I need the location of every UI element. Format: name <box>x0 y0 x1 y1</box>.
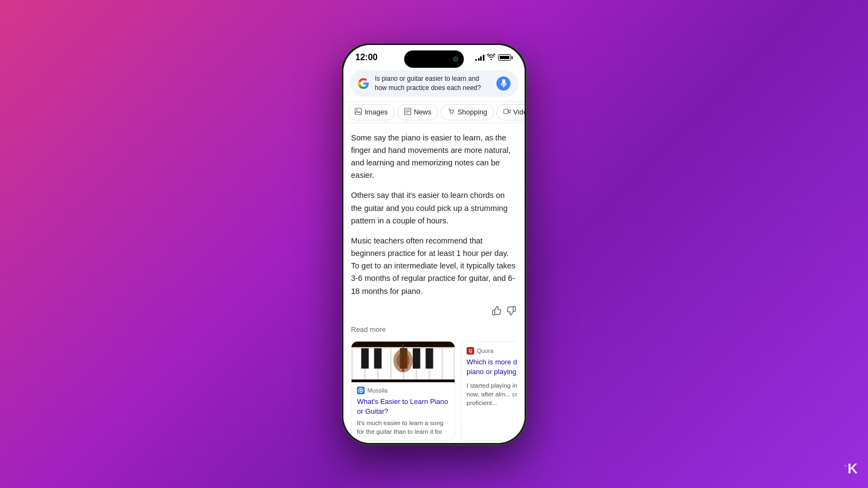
status-time: 12:00 <box>355 53 378 62</box>
card-mussila-source: Mussila <box>357 387 449 394</box>
tab-news[interactable]: News <box>397 104 439 120</box>
battery-icon <box>498 54 513 61</box>
watermark-dots: ·:· <box>844 463 847 469</box>
tab-shopping[interactable]: Shopping <box>441 104 494 120</box>
status-bar: 12:00 <box>343 45 525 66</box>
answer-paragraph-2: Others say that it's easier to learn cho… <box>351 189 517 227</box>
search-query: Is piano or guitar easier to learn and h… <box>375 74 491 93</box>
shopping-icon <box>448 108 455 117</box>
svg-rect-19 <box>361 348 369 369</box>
card-quora[interactable]: Q Quora Which is more difficult, playing… <box>461 341 517 441</box>
phone-frame: 12:00 <box>342 43 526 445</box>
thumbs-down-button[interactable] <box>506 305 517 319</box>
answer-paragraph-3: Music teachers often recommend that begi… <box>351 235 517 298</box>
search-bar[interactable]: Is piano or guitar easier to learn and h… <box>350 70 518 97</box>
status-icons <box>475 54 513 62</box>
card-mussila-body: Mussila What's Easier to Learn Piano or … <box>352 382 455 441</box>
phone-screen: 12:00 <box>343 45 525 443</box>
svg-point-6 <box>450 113 451 114</box>
svg-rect-0 <box>355 108 362 114</box>
google-logo <box>358 78 369 89</box>
cards-row: Mussila What's Easier to Learn Piano or … <box>351 341 517 441</box>
card-quora-source: Q Quora <box>467 347 517 355</box>
mic-button[interactable] <box>496 76 510 91</box>
videos-icon <box>503 108 510 117</box>
svg-point-28 <box>360 389 362 391</box>
tab-images[interactable]: Images <box>348 104 395 120</box>
tab-shopping-label: Shopping <box>457 108 487 116</box>
card-mussila-snippet: It's much easier to learn a song for the… <box>357 419 449 436</box>
signal-icon <box>475 54 484 61</box>
camera-dot <box>453 56 458 62</box>
answer-actions <box>351 305 517 325</box>
quora-favicon: Q <box>467 347 474 355</box>
card-quora-snippet: I started playing instruments th... now,… <box>467 381 517 407</box>
wifi-icon <box>487 54 495 62</box>
card-mussila[interactable]: Mussila What's Easier to Learn Piano or … <box>351 341 455 441</box>
news-icon <box>404 108 411 117</box>
tab-videos-label: Vide... <box>513 108 525 116</box>
svg-rect-18 <box>443 348 454 379</box>
mussila-favicon <box>357 387 365 394</box>
watermark: ·:·K <box>844 460 857 477</box>
svg-rect-26 <box>402 344 404 371</box>
svg-point-7 <box>452 113 453 114</box>
svg-rect-23 <box>426 348 433 369</box>
dynamic-island <box>404 50 464 68</box>
quora-source-name: Quora <box>477 348 494 354</box>
tab-news-label: News <box>414 108 432 116</box>
watermark-letter: K <box>847 460 857 477</box>
answer-paragraph-1: Some say the piano is easier to learn, a… <box>351 132 517 182</box>
svg-rect-20 <box>374 348 382 369</box>
search-bar-container: Is piano or guitar easier to learn and h… <box>343 66 525 102</box>
mussila-source-name: Mussila <box>367 387 387 394</box>
tab-videos[interactable]: Vide... <box>496 104 525 120</box>
svg-rect-22 <box>413 348 420 369</box>
card-mussila-image <box>352 342 455 382</box>
card-mussila-title: What's Easier to Learn Piano or Guitar? <box>357 397 449 416</box>
tabs-row: Images News <box>343 102 525 123</box>
read-more[interactable]: Read more <box>351 325 517 333</box>
main-content: Some say the piano is easier to learn, a… <box>343 123 525 443</box>
thumbs-up-button[interactable] <box>491 305 502 319</box>
images-icon <box>355 108 362 117</box>
tab-images-label: Images <box>365 108 388 116</box>
svg-rect-8 <box>504 109 508 113</box>
card-quora-title: Which is more difficult, playing piano o… <box>467 357 517 377</box>
card-quora-body: Q Quora Which is more difficult, playing… <box>461 342 517 413</box>
svg-point-1 <box>356 109 358 110</box>
